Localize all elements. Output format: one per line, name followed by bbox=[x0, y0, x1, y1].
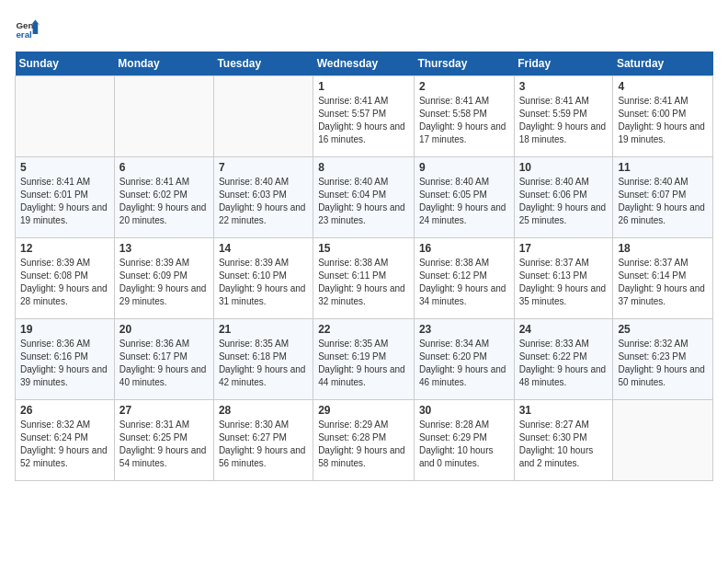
header-day-thursday: Thursday bbox=[414, 52, 514, 76]
calendar-cell: 8Sunrise: 8:40 AM Sunset: 6:04 PM Daylig… bbox=[313, 157, 415, 238]
calendar-cell: 29Sunrise: 8:29 AM Sunset: 6:28 PM Dayli… bbox=[313, 400, 415, 481]
day-number: 3 bbox=[519, 80, 609, 93]
day-info: Sunrise: 8:41 AM Sunset: 6:02 PM Dayligh… bbox=[119, 176, 209, 227]
day-number: 18 bbox=[618, 242, 708, 255]
header-day-friday: Friday bbox=[514, 52, 613, 76]
header-day-tuesday: Tuesday bbox=[213, 52, 313, 76]
day-info: Sunrise: 8:40 AM Sunset: 6:04 PM Dayligh… bbox=[318, 176, 409, 227]
day-number: 10 bbox=[519, 161, 609, 174]
logo: Gen eral bbox=[15, 15, 44, 40]
day-info: Sunrise: 8:39 AM Sunset: 6:09 PM Dayligh… bbox=[119, 257, 209, 308]
day-number: 8 bbox=[318, 161, 409, 174]
day-info: Sunrise: 8:31 AM Sunset: 6:25 PM Dayligh… bbox=[119, 419, 209, 470]
calendar-cell: 24Sunrise: 8:33 AM Sunset: 6:22 PM Dayli… bbox=[514, 319, 613, 400]
day-number: 19 bbox=[20, 323, 109, 336]
header-day-sunday: Sunday bbox=[16, 52, 115, 76]
day-number: 24 bbox=[519, 323, 609, 336]
day-info: Sunrise: 8:36 AM Sunset: 6:17 PM Dayligh… bbox=[119, 338, 209, 389]
day-number: 14 bbox=[219, 242, 308, 255]
day-number: 12 bbox=[20, 242, 109, 255]
header-day-monday: Monday bbox=[114, 52, 213, 76]
day-info: Sunrise: 8:41 AM Sunset: 5:59 PM Dayligh… bbox=[519, 95, 609, 146]
calendar-cell bbox=[213, 76, 313, 157]
day-number: 15 bbox=[318, 242, 409, 255]
calendar-cell: 13Sunrise: 8:39 AM Sunset: 6:09 PM Dayli… bbox=[114, 238, 213, 319]
calendar-cell: 4Sunrise: 8:41 AM Sunset: 6:00 PM Daylig… bbox=[613, 76, 713, 157]
calendar-cell: 18Sunrise: 8:37 AM Sunset: 6:14 PM Dayli… bbox=[613, 238, 713, 319]
week-row-0: 1Sunrise: 8:41 AM Sunset: 5:57 PM Daylig… bbox=[16, 76, 713, 157]
day-number: 21 bbox=[219, 323, 308, 336]
day-info: Sunrise: 8:39 AM Sunset: 6:08 PM Dayligh… bbox=[20, 257, 109, 308]
day-number: 20 bbox=[119, 323, 209, 336]
calendar-cell: 25Sunrise: 8:32 AM Sunset: 6:23 PM Dayli… bbox=[613, 319, 713, 400]
day-info: Sunrise: 8:38 AM Sunset: 6:12 PM Dayligh… bbox=[419, 257, 509, 308]
calendar-cell: 5Sunrise: 8:41 AM Sunset: 6:01 PM Daylig… bbox=[16, 157, 115, 238]
day-number: 7 bbox=[219, 161, 308, 174]
day-number: 23 bbox=[419, 323, 509, 336]
calendar-cell: 17Sunrise: 8:37 AM Sunset: 6:13 PM Dayli… bbox=[514, 238, 613, 319]
header-row: SundayMondayTuesdayWednesdayThursdayFrid… bbox=[16, 52, 713, 76]
calendar-cell: 28Sunrise: 8:30 AM Sunset: 6:27 PM Dayli… bbox=[213, 400, 313, 481]
week-row-3: 19Sunrise: 8:36 AM Sunset: 6:16 PM Dayli… bbox=[16, 319, 713, 400]
calendar-cell: 22Sunrise: 8:35 AM Sunset: 6:19 PM Dayli… bbox=[313, 319, 415, 400]
calendar-header: SundayMondayTuesdayWednesdayThursdayFrid… bbox=[16, 52, 713, 76]
day-info: Sunrise: 8:39 AM Sunset: 6:10 PM Dayligh… bbox=[219, 257, 308, 308]
day-info: Sunrise: 8:41 AM Sunset: 6:00 PM Dayligh… bbox=[618, 95, 708, 146]
day-number: 17 bbox=[519, 242, 609, 255]
day-info: Sunrise: 8:35 AM Sunset: 6:18 PM Dayligh… bbox=[219, 338, 308, 389]
calendar-cell bbox=[16, 76, 115, 157]
day-info: Sunrise: 8:29 AM Sunset: 6:28 PM Dayligh… bbox=[318, 419, 409, 470]
day-info: Sunrise: 8:36 AM Sunset: 6:16 PM Dayligh… bbox=[20, 338, 109, 389]
calendar-cell: 16Sunrise: 8:38 AM Sunset: 6:12 PM Dayli… bbox=[414, 238, 514, 319]
calendar-cell: 2Sunrise: 8:41 AM Sunset: 5:58 PM Daylig… bbox=[414, 76, 514, 157]
calendar-cell: 20Sunrise: 8:36 AM Sunset: 6:17 PM Dayli… bbox=[114, 319, 213, 400]
calendar-table: SundayMondayTuesdayWednesdayThursdayFrid… bbox=[15, 52, 713, 481]
logo-icon: Gen eral bbox=[15, 15, 40, 40]
day-info: Sunrise: 8:41 AM Sunset: 5:58 PM Dayligh… bbox=[419, 95, 509, 146]
header-day-wednesday: Wednesday bbox=[313, 52, 415, 76]
day-number: 28 bbox=[219, 404, 308, 417]
day-info: Sunrise: 8:40 AM Sunset: 6:07 PM Dayligh… bbox=[618, 176, 708, 227]
calendar-cell: 19Sunrise: 8:36 AM Sunset: 6:16 PM Dayli… bbox=[16, 319, 115, 400]
calendar-cell: 23Sunrise: 8:34 AM Sunset: 6:20 PM Dayli… bbox=[414, 319, 514, 400]
week-row-2: 12Sunrise: 8:39 AM Sunset: 6:08 PM Dayli… bbox=[16, 238, 713, 319]
week-row-1: 5Sunrise: 8:41 AM Sunset: 6:01 PM Daylig… bbox=[16, 157, 713, 238]
page-header: Gen eral bbox=[15, 15, 713, 40]
day-number: 26 bbox=[20, 404, 109, 417]
calendar-cell: 7Sunrise: 8:40 AM Sunset: 6:03 PM Daylig… bbox=[213, 157, 313, 238]
calendar-cell: 12Sunrise: 8:39 AM Sunset: 6:08 PM Dayli… bbox=[16, 238, 115, 319]
day-info: Sunrise: 8:30 AM Sunset: 6:27 PM Dayligh… bbox=[219, 419, 308, 470]
calendar-cell: 15Sunrise: 8:38 AM Sunset: 6:11 PM Dayli… bbox=[313, 238, 415, 319]
calendar-cell: 27Sunrise: 8:31 AM Sunset: 6:25 PM Dayli… bbox=[114, 400, 213, 481]
calendar-cell: 30Sunrise: 8:28 AM Sunset: 6:29 PM Dayli… bbox=[414, 400, 514, 481]
calendar-cell: 3Sunrise: 8:41 AM Sunset: 5:59 PM Daylig… bbox=[514, 76, 613, 157]
day-number: 27 bbox=[119, 404, 209, 417]
day-number: 29 bbox=[318, 404, 409, 417]
calendar-body: 1Sunrise: 8:41 AM Sunset: 5:57 PM Daylig… bbox=[16, 76, 713, 481]
calendar-cell bbox=[114, 76, 213, 157]
calendar-cell: 9Sunrise: 8:40 AM Sunset: 6:05 PM Daylig… bbox=[414, 157, 514, 238]
day-info: Sunrise: 8:32 AM Sunset: 6:24 PM Dayligh… bbox=[20, 419, 109, 470]
day-number: 1 bbox=[318, 80, 409, 93]
calendar-cell: 11Sunrise: 8:40 AM Sunset: 6:07 PM Dayli… bbox=[613, 157, 713, 238]
svg-text:eral: eral bbox=[16, 29, 32, 40]
day-number: 6 bbox=[119, 161, 209, 174]
day-number: 9 bbox=[419, 161, 509, 174]
day-info: Sunrise: 8:27 AM Sunset: 6:30 PM Dayligh… bbox=[519, 419, 609, 470]
header-day-saturday: Saturday bbox=[613, 52, 713, 76]
day-number: 30 bbox=[419, 404, 509, 417]
day-info: Sunrise: 8:33 AM Sunset: 6:22 PM Dayligh… bbox=[519, 338, 609, 389]
week-row-4: 26Sunrise: 8:32 AM Sunset: 6:24 PM Dayli… bbox=[16, 400, 713, 481]
day-info: Sunrise: 8:35 AM Sunset: 6:19 PM Dayligh… bbox=[318, 338, 409, 389]
day-number: 25 bbox=[618, 323, 708, 336]
calendar-cell: 1Sunrise: 8:41 AM Sunset: 5:57 PM Daylig… bbox=[313, 76, 415, 157]
day-info: Sunrise: 8:37 AM Sunset: 6:13 PM Dayligh… bbox=[519, 257, 609, 308]
day-number: 11 bbox=[618, 161, 708, 174]
calendar-cell: 6Sunrise: 8:41 AM Sunset: 6:02 PM Daylig… bbox=[114, 157, 213, 238]
day-number: 22 bbox=[318, 323, 409, 336]
day-info: Sunrise: 8:32 AM Sunset: 6:23 PM Dayligh… bbox=[618, 338, 708, 389]
day-info: Sunrise: 8:34 AM Sunset: 6:20 PM Dayligh… bbox=[419, 338, 509, 389]
calendar-cell bbox=[613, 400, 713, 481]
day-info: Sunrise: 8:40 AM Sunset: 6:06 PM Dayligh… bbox=[519, 176, 609, 227]
day-info: Sunrise: 8:28 AM Sunset: 6:29 PM Dayligh… bbox=[419, 419, 509, 470]
